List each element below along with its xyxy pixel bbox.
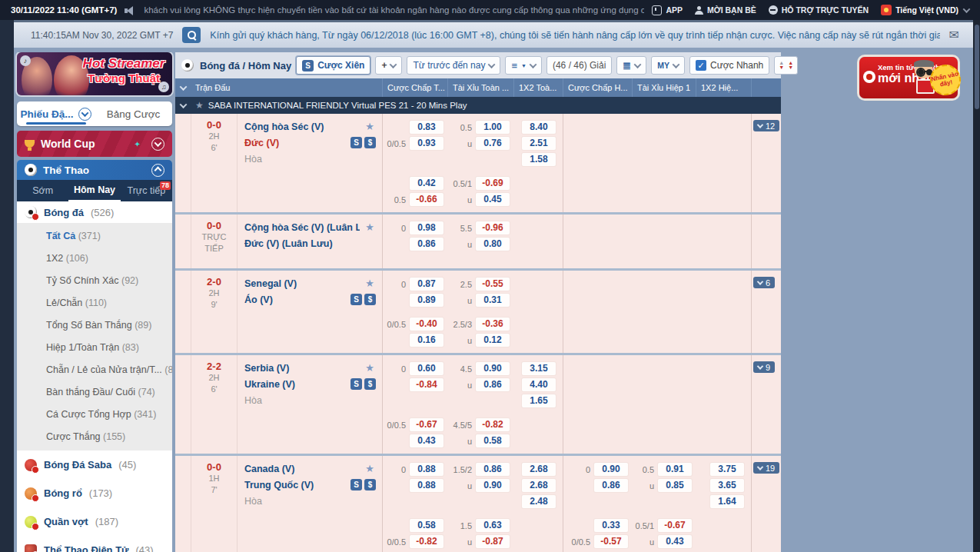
1x2-odds-chip[interactable]: 2.51 xyxy=(522,137,556,150)
overunder-odds-chip[interactable]: -0.69 xyxy=(476,177,510,190)
app-link[interactable]: APP xyxy=(652,5,683,15)
sidebar-sport-item[interactable]: Bóng rổ (173) xyxy=(17,479,172,507)
h1-overunder-odds-chip[interactable]: -0.67 xyxy=(658,519,692,532)
h1-1x2-odds-chip[interactable]: 3.65 xyxy=(710,479,744,492)
more-markets-button[interactable]: 12 xyxy=(753,120,779,131)
hot-streamer-banner[interactable]: ♪ ♫ Hot Streamer Tường Thuật xyxy=(17,52,172,95)
time-filter-tab[interactable]: Hôm Nay xyxy=(68,180,120,201)
collapse-all-chevron[interactable] xyxy=(175,78,191,97)
cash-out-icon[interactable]: $ xyxy=(364,378,376,390)
1x2-odds-chip[interactable]: 2.68 xyxy=(522,463,556,476)
mail-icon[interactable]: ✉ xyxy=(949,28,959,42)
scrollbar-thumb[interactable] xyxy=(975,25,979,109)
search-button[interactable] xyxy=(182,27,201,43)
1x2-odds-chip[interactable]: 2.48 xyxy=(522,495,556,508)
overunder-odds-chip[interactable]: 0.31 xyxy=(476,294,510,307)
match-collapse-area[interactable] xyxy=(175,271,191,353)
market-menu-item[interactable]: Chẵn / Lẻ của Nửa trận/T... (80) xyxy=(17,359,172,381)
parlay-icon[interactable]: S xyxy=(350,479,362,490)
online-support-link[interactable]: HỖ TRỢ TRỰC TUYẾN xyxy=(769,5,869,15)
1x2-odds-chip[interactable]: 4.40 xyxy=(522,378,556,391)
market-menu-item[interactable]: 1X2 (106) xyxy=(17,248,172,270)
1x2-odds-chip[interactable]: 2.68 xyxy=(522,479,556,492)
match-collapse-area[interactable] xyxy=(175,456,191,552)
overunder-odds-chip[interactable]: 0.63 xyxy=(476,519,510,532)
handicap-odds-chip[interactable]: -0.82 xyxy=(410,535,443,548)
h1-handicap-odds-chip[interactable]: 0.90 xyxy=(594,463,628,476)
overunder-odds-chip[interactable]: -0.96 xyxy=(476,221,510,234)
sidebar-sport-item[interactable]: Bóng Đá Saba (45) xyxy=(17,451,172,479)
sort-dropdown[interactable]: ≡▼ xyxy=(505,56,542,75)
cash-out-icon[interactable]: $ xyxy=(364,137,376,148)
h1-handicap-odds-chip[interactable]: 0.33 xyxy=(594,519,628,532)
market-menu-item[interactable]: Cược Thắng (155) xyxy=(17,426,172,448)
handicap-odds-chip[interactable]: -0.84 xyxy=(410,378,443,391)
match-collapse-area[interactable] xyxy=(175,214,191,268)
time-filter-tab[interactable]: Trực tiếp 78 xyxy=(121,180,172,201)
parlay-icon[interactable]: S xyxy=(350,137,362,148)
parlay-icon[interactable]: S xyxy=(350,294,362,305)
h1-overunder-odds-chip[interactable]: 0.43 xyxy=(658,535,692,548)
odds-sort-order-button[interactable]: ▲▼ ▲▼ xyxy=(774,56,798,75)
h1-handicap-odds-chip[interactable]: 0.86 xyxy=(594,479,628,492)
favorite-star-icon[interactable]: ★ xyxy=(195,100,204,111)
handicap-odds-chip[interactable]: 0.87 xyxy=(410,278,443,291)
match-collapse-area[interactable] xyxy=(175,355,191,454)
handicap-odds-chip[interactable]: 0.89 xyxy=(410,294,443,307)
league-collapse-chevron[interactable] xyxy=(175,101,191,110)
overunder-odds-chip[interactable]: 0.90 xyxy=(476,362,510,375)
parlay-bet-button[interactable]: S Cược Xiên xyxy=(296,56,370,75)
market-menu-item[interactable]: Hiệp 1/Toàn Trận (83) xyxy=(17,337,172,359)
handicap-odds-chip[interactable]: 0.60 xyxy=(410,362,443,375)
overunder-odds-chip[interactable]: 0.12 xyxy=(476,334,510,347)
1x2-odds-chip[interactable]: 1.58 xyxy=(522,153,556,166)
overunder-odds-chip[interactable]: -0.82 xyxy=(476,418,510,431)
h1-overunder-odds-chip[interactable]: 0.91 xyxy=(658,463,692,476)
market-menu-item[interactable]: Cá Cược Tổng Hợp (341) xyxy=(17,404,172,426)
handicap-odds-chip[interactable]: 0.43 xyxy=(410,434,443,447)
favorite-star-icon[interactable]: ★ xyxy=(365,221,374,233)
overunder-odds-chip[interactable]: -0.55 xyxy=(476,278,510,291)
overunder-odds-chip[interactable]: 0.45 xyxy=(476,193,510,206)
h1-overunder-odds-chip[interactable]: 0.85 xyxy=(658,479,692,492)
h1-1x2-odds-chip[interactable]: 1.64 xyxy=(710,495,744,508)
cash-out-icon[interactable]: $ xyxy=(364,294,376,305)
favorite-star-icon[interactable]: ★ xyxy=(365,278,374,289)
h1-handicap-odds-chip[interactable]: -0.57 xyxy=(594,535,628,548)
quick-bet-toggle[interactable]: ✓ Cược Nhanh xyxy=(689,56,769,75)
world-cup-banner[interactable]: World Cup ✦ xyxy=(17,131,172,157)
handicap-odds-chip[interactable]: 0.42 xyxy=(410,177,443,190)
more-markets-button[interactable]: 6 xyxy=(753,277,775,288)
invite-friends-link[interactable]: MỜI BẠN BÈ xyxy=(695,5,756,15)
sports-news-banner[interactable]: Xem tin tức thể thao mới nhất Nhấn vào đ… xyxy=(859,57,958,98)
match-collapse-area[interactable] xyxy=(175,114,191,212)
handicap-odds-chip[interactable]: 0.98 xyxy=(410,221,443,234)
handicap-odds-chip[interactable]: 0.83 xyxy=(410,121,443,134)
view-mode-dropdown[interactable]: ≣ xyxy=(616,56,646,75)
parlay-icon[interactable]: S xyxy=(350,378,362,390)
favorite-star-icon[interactable]: ★ xyxy=(365,121,374,132)
overunder-odds-chip[interactable]: 1.00 xyxy=(476,121,510,134)
handicap-odds-chip[interactable]: 0.88 xyxy=(410,479,443,492)
market-menu-item[interactable]: Tổng Số Bàn Thắng (89) xyxy=(17,314,172,337)
handicap-odds-chip[interactable]: 0.58 xyxy=(410,519,443,532)
h1-1x2-odds-chip[interactable]: 3.75 xyxy=(710,463,744,476)
odds-type-dropdown[interactable]: MY xyxy=(651,56,685,75)
tab-bet-board[interactable]: Bảng Cược xyxy=(95,101,172,126)
handicap-odds-chip[interactable]: 0.86 xyxy=(410,238,443,251)
1x2-odds-chip[interactable]: 1.65 xyxy=(522,394,556,407)
handicap-odds-chip[interactable]: -0.66 xyxy=(410,193,443,206)
overunder-odds-chip[interactable]: 0.80 xyxy=(476,238,510,251)
favorite-star-icon[interactable]: ★ xyxy=(365,362,374,374)
1x2-odds-chip[interactable]: 3.15 xyxy=(522,362,556,375)
time-range-dropdown[interactable]: Từ trước đến nay xyxy=(407,56,500,75)
sports-section-header[interactable]: Thể Thao xyxy=(17,160,172,180)
overunder-odds-chip[interactable]: 0.90 xyxy=(476,479,510,492)
handicap-odds-chip[interactable]: -0.40 xyxy=(410,318,443,331)
overunder-odds-chip[interactable]: -0.36 xyxy=(476,318,510,331)
sidebar-item-football[interactable]: Bóng đá (526) xyxy=(17,201,172,223)
handicap-odds-chip[interactable]: -0.67 xyxy=(410,418,443,431)
sidebar-sport-item[interactable]: Thể Thao Điện Tử (43) xyxy=(17,536,172,552)
market-menu-item[interactable]: Tỷ Số Chính Xác (92) xyxy=(17,270,172,292)
1x2-odds-chip[interactable]: 8.40 xyxy=(522,121,556,134)
